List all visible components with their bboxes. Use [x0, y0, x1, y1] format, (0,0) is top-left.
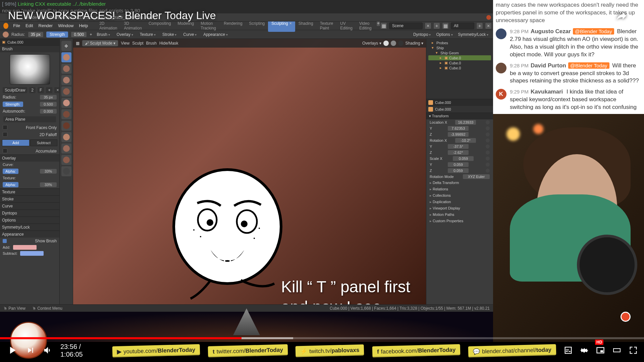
tool-smooth-brush[interactable]: [61, 132, 71, 142]
radius-value[interactable]: 35 px: [28, 32, 44, 38]
options-dropdown[interactable]: Options: [434, 32, 454, 37]
menu-edit[interactable]: Edit: [23, 23, 36, 28]
scl-x[interactable]: 0.059: [453, 156, 474, 161]
brush-dropdown[interactable]: Brush: [95, 32, 112, 37]
appearance-section[interactable]: Appearance: [0, 231, 59, 238]
sub-color-swatch[interactable]: [20, 251, 44, 256]
texture-section[interactable]: Texture: [0, 188, 59, 195]
next-button[interactable]: [25, 345, 36, 356]
3d-viewport[interactable]: ▦ 🖌 Sculpt Mode ▾ View Sculpt Brush Hide…: [73, 39, 426, 304]
curve-dropdown[interactable]: Curve: [181, 32, 199, 37]
scene-add-icon[interactable]: +: [433, 22, 440, 29]
scene-name-input[interactable]: [389, 22, 423, 29]
texture-dropdown[interactable]: Texture: [138, 32, 158, 37]
overlays-dropdown[interactable]: Overlays ▾: [362, 41, 381, 46]
rot-x[interactable]: -10.2°: [455, 138, 476, 143]
fake-user-button[interactable]: F: [38, 87, 44, 93]
subtitles-button[interactable]: [564, 346, 573, 356]
brush-menu[interactable]: Brush: [146, 41, 157, 46]
overlay-section[interactable]: Overlay: [0, 155, 59, 162]
delta-transform-panel[interactable]: Delta Transform: [426, 180, 493, 186]
layer-close-icon[interactable]: ×: [485, 22, 492, 29]
radius-field[interactable]: 35 px: [40, 95, 57, 100]
stroke-section[interactable]: Stroke: [0, 195, 59, 202]
tool-move-icon[interactable]: ✥: [61, 41, 71, 51]
accumulate-check[interactable]: [3, 148, 9, 154]
tool-mask-brush[interactable]: [61, 166, 71, 176]
loc-y[interactable]: 7.62353: [448, 126, 469, 131]
play-button[interactable]: [6, 344, 18, 357]
dyntopo-dropdown[interactable]: Dyntopo: [411, 32, 433, 37]
add-color-swatch[interactable]: [13, 245, 37, 250]
front-faces-check[interactable]: [3, 125, 9, 130]
shading-solid-icon[interactable]: [383, 41, 389, 46]
menu-window[interactable]: Window: [55, 23, 76, 28]
strength-value[interactable]: 0.500: [71, 32, 87, 38]
tab-close-icon[interactable]: ×: [289, 21, 292, 26]
layer-name-input[interactable]: [451, 22, 474, 29]
hidemask-menu[interactable]: Hide/Mask: [159, 41, 178, 46]
duplication-panel[interactable]: Duplication: [426, 199, 493, 205]
close-icon[interactable]: [486, 15, 491, 20]
autosmooth-field[interactable]: 0.000: [40, 109, 57, 114]
menu-help[interactable]: Help: [76, 23, 91, 28]
editor-type-icon[interactable]: ▦: [76, 41, 79, 46]
social-link[interactable]: ⚡twitch.tv/pablovaxs: [296, 344, 364, 357]
loc-z[interactable]: -3.99892: [448, 132, 469, 137]
shading-rendered-icon[interactable]: [398, 41, 404, 46]
curve-alpha[interactable]: Alpha:: [3, 169, 18, 174]
viewport-display-panel[interactable]: Viewport Display: [426, 205, 493, 212]
share-icon[interactable]: [615, 9, 628, 23]
collections-panel[interactable]: Collections: [426, 192, 493, 199]
strength-pressure-icon[interactable]: +: [90, 32, 92, 37]
rot-y[interactable]: -37.5°: [448, 144, 469, 149]
brush-name-chip[interactable]: SculptDraw: [3, 87, 27, 93]
curve-section[interactable]: Curve: [0, 202, 59, 209]
relations-panel[interactable]: Relations: [426, 186, 493, 192]
direction-add[interactable]: Add: [2, 139, 30, 146]
scene-close-icon[interactable]: ×: [425, 22, 431, 29]
scl-z[interactable]: 0.059: [448, 168, 469, 173]
custom-properties-panel[interactable]: Custom Properties: [426, 218, 493, 224]
tool-layer-brush[interactable]: [61, 86, 71, 97]
symmetry-section[interactable]: Symmetry/Lock: [0, 224, 59, 231]
tool-crease-brush[interactable]: [61, 121, 71, 131]
appearance-dropdown[interactable]: Appearance: [201, 32, 230, 37]
social-link[interactable]: 💬blender.chat/channel/today: [468, 344, 556, 357]
stroke-dropdown[interactable]: Stroke: [160, 32, 178, 37]
tex-alpha[interactable]: Alpha:: [3, 182, 18, 187]
tool-inflate-brush[interactable]: [61, 98, 71, 108]
tool-blob-brush[interactable]: [61, 109, 71, 119]
dyntopo-section[interactable]: Dyntopo: [0, 209, 59, 217]
brush-remove-button[interactable]: ×: [54, 87, 60, 93]
brush-preview[interactable]: [10, 54, 50, 84]
options-section[interactable]: Options: [0, 217, 59, 224]
shading-lookdev-icon[interactable]: [391, 41, 396, 46]
theater-button[interactable]: [612, 346, 622, 355]
brush-section-header[interactable]: Brush: [0, 45, 59, 52]
outliner[interactable]: ▸Probes ▾Ship ▾Ship Geom ▸▣Cube.0 ▸▣Cube…: [426, 39, 493, 99]
strength-field[interactable]: 0.500: [40, 102, 57, 107]
social-link[interactable]: ▶youtube.com/BlenderToday: [112, 344, 200, 357]
show-brush-check[interactable]: [3, 239, 9, 243]
menu-render[interactable]: Render: [36, 23, 56, 28]
overlay-dropdown[interactable]: Overlay: [115, 32, 135, 37]
2d-falloff-check[interactable]: [3, 132, 9, 137]
areaplane-dropdown[interactable]: Area Plane: [3, 116, 56, 122]
brush-icon[interactable]: [3, 32, 9, 38]
sculpt-menu[interactable]: Sculpt: [132, 41, 143, 46]
social-link[interactable]: ffacebook.com/BlenderToday: [372, 344, 460, 357]
motion-paths-panel[interactable]: Motion Paths: [426, 212, 493, 218]
view-menu[interactable]: View: [121, 41, 129, 46]
direction-subtract[interactable]: Subtract: [30, 139, 58, 146]
tool-clay-brush[interactable]: [61, 64, 71, 74]
mode-dropdown[interactable]: 🖌 Sculpt Mode ▾: [82, 40, 118, 46]
volume-button[interactable]: [43, 345, 53, 356]
fullscreen-button[interactable]: [629, 346, 638, 356]
rotation-mode[interactable]: XYZ Euler: [463, 174, 490, 179]
rot-z[interactable]: -2.62°: [448, 150, 469, 155]
tool-flatten-brush[interactable]: [61, 143, 71, 154]
brush-add-button[interactable]: +: [46, 87, 52, 93]
menu-file[interactable]: File: [10, 23, 23, 28]
scene-browse-icon[interactable]: ▦: [380, 22, 387, 29]
